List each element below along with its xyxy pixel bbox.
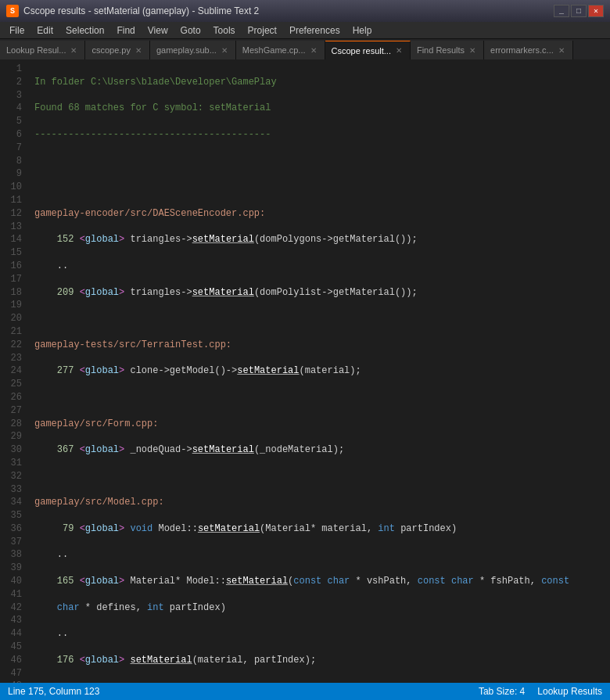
code-line-23: 176 <global> setMaterial(material, partI… (34, 654, 604, 667)
code-line-21: char * defines, int partIndex) (34, 601, 604, 615)
title-bar-buttons: _ □ ✕ (554, 5, 604, 17)
title-bar: S Cscope results - setMaterial (gameplay… (0, 0, 610, 22)
menu-bar: File Edit Selection Find View Goto Tools… (0, 22, 610, 39)
menu-help[interactable]: Help (346, 22, 379, 38)
code-line-11: gameplay-tests/src/TerrainTest.cpp: (34, 339, 604, 352)
tab-close-find-results[interactable]: ✕ (468, 45, 477, 56)
code-line-18: 79 <global> void Model::setMaterial(Mate… (34, 522, 604, 536)
tab-close-cscope-results[interactable]: ✕ (394, 45, 404, 56)
tab-close-errormarkers[interactable]: ✕ (557, 45, 566, 56)
tab-close-gameplay[interactable]: ✕ (220, 45, 229, 56)
code-line-10 (34, 312, 604, 325)
menu-tools[interactable]: Tools (207, 22, 242, 38)
code-line-8: .. (34, 260, 604, 273)
code-line-17: gameplay/src/Model.cpp: (34, 496, 604, 509)
status-position: Line 175, Column 123 (8, 686, 99, 697)
menu-find[interactable]: Find (110, 22, 141, 38)
tab-gameplay-sub[interactable]: gameplay.sub... ✕ (150, 41, 236, 59)
code-line-22: .. (34, 627, 604, 641)
code-line-2: Found 68 matches for C symbol: setMateri… (34, 102, 604, 115)
tab-meshgame[interactable]: MeshGame.cp... ✕ (236, 41, 325, 59)
tab-find-results[interactable]: Find Results ✕ (411, 41, 484, 59)
status-right: Tab Size: 4 Lookup Results (479, 686, 602, 697)
code-line-15: 367 <global> _nodeQuad->setMaterial(_nod… (34, 443, 604, 457)
code-line-6: gameplay-encoder/src/DAESceneEncoder.cpp… (34, 207, 604, 221)
menu-goto[interactable]: Goto (174, 22, 207, 38)
menu-file[interactable]: File (3, 22, 30, 38)
status-lookup: Lookup Results (537, 686, 602, 697)
status-tab-size: Tab Size: 4 (479, 686, 525, 697)
code-line-1: In folder C:\Users\blade\Developer\GameP… (34, 76, 604, 89)
close-button[interactable]: ✕ (588, 5, 604, 17)
tab-close-lookup[interactable]: ✕ (69, 45, 78, 56)
main-content: 1 2 3 4 5 6 7 8 9 10 11 12 13 14 15 16 1… (0, 59, 610, 683)
maximize-button[interactable]: □ (571, 5, 587, 17)
menu-preferences[interactable]: Preferences (283, 22, 346, 38)
line-numbers: 1 2 3 4 5 6 7 8 9 10 11 12 13 14 15 16 1… (0, 59, 28, 683)
code-line-5 (34, 181, 604, 194)
code-line-14: gameplay/src/Form.cpp: (34, 418, 604, 431)
code-line-16 (34, 470, 604, 483)
code-line-3: ----------------------------------------… (34, 128, 604, 142)
code-line-7: 152 <global> triangles->setMaterial(domP… (34, 233, 604, 246)
tab-cscope-results[interactable]: Cscope result... ✕ (325, 41, 411, 59)
code-line-13 (34, 391, 604, 404)
code-area[interactable]: In folder C:\Users\blade\Developer\GameP… (28, 59, 610, 683)
tab-lookup-results[interactable]: Lookup Resul... ✕ (0, 41, 85, 59)
menu-selection[interactable]: Selection (59, 22, 110, 38)
menu-project[interactable]: Project (242, 22, 283, 38)
tab-close-meshgame[interactable]: ✕ (309, 45, 318, 56)
tab-bar: Lookup Resul... ✕ cscope.py ✕ gameplay.s… (0, 39, 610, 59)
code-line-12: 277 <global> clone->getModel()->setMater… (34, 364, 604, 378)
code-line-19: .. (34, 548, 604, 562)
title-bar-text: Cscope results - setMaterial (gameplay) … (23, 5, 549, 16)
menu-view[interactable]: View (142, 22, 174, 38)
tab-close-cscope-py[interactable]: ✕ (134, 45, 143, 56)
tab-errormarkers[interactable]: errormarkers.c... ✕ (484, 41, 573, 59)
code-line-9: 209 <global> triangles->setMaterial(domP… (34, 286, 604, 300)
app-icon: S (6, 5, 19, 17)
menu-edit[interactable]: Edit (30, 22, 59, 38)
tab-cscope-py[interactable]: cscope.py ✕ (85, 41, 150, 59)
code-line-20: 165 <global> Material* Model::setMateria… (34, 575, 604, 588)
minimize-button[interactable]: _ (554, 5, 569, 17)
code-line-4 (34, 155, 604, 168)
status-bar: Line 175, Column 123 Tab Size: 4 Lookup … (0, 683, 610, 700)
